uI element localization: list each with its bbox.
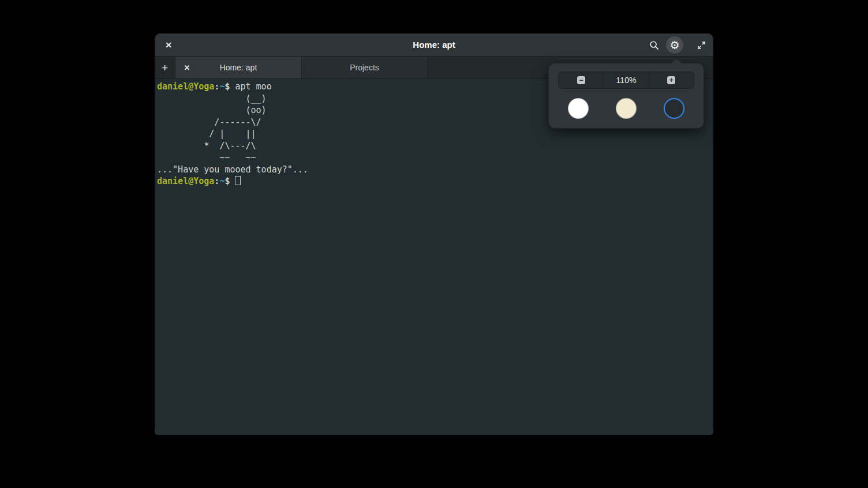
theme-dark-button[interactable] — [664, 98, 684, 119]
tab-label: Home: apt — [220, 63, 257, 72]
theme-selector — [558, 98, 694, 119]
tab-close-icon: ✕ — [184, 64, 190, 72]
zoom-out-icon: − — [577, 76, 585, 84]
search-icon — [649, 40, 659, 50]
terminal-cursor — [235, 176, 241, 185]
theme-light-button[interactable] — [568, 98, 589, 119]
window-title: Home: apt — [413, 40, 455, 50]
prompt-user-host: daniel@Yoga — [157, 81, 214, 92]
zoom-in-button[interactable]: + — [649, 72, 694, 88]
zoom-level-value[interactable]: 110% — [603, 72, 648, 88]
zoom-out-button[interactable]: − — [559, 72, 603, 88]
fullscreen-icon — [697, 41, 706, 50]
settings-button[interactable]: ⚙ — [666, 36, 683, 54]
new-tab-button[interactable]: + — [155, 57, 175, 78]
search-button[interactable] — [645, 36, 663, 54]
zoom-in-icon: + — [667, 76, 675, 84]
moo-message-line: ..."Have you mooed today?"... — [157, 164, 711, 176]
header-bar: ✕ Home: apt ⚙ — [155, 33, 713, 57]
desktop-background: ✕ Home: apt ⚙ — [0, 0, 868, 488]
window-close-button[interactable]: ✕ — [160, 36, 177, 54]
close-icon: ✕ — [165, 40, 172, 50]
gear-icon: ⚙ — [669, 40, 679, 51]
ascii-art-line: ~~ ~~ — [157, 152, 711, 164]
theme-sepia-button[interactable] — [616, 98, 637, 119]
plus-icon: + — [162, 62, 168, 73]
terminal-prompt-line: daniel@Yoga:~$ — [157, 175, 711, 187]
ascii-art-line: * /\---/\ — [157, 140, 711, 152]
popover-arrow — [671, 59, 682, 63]
ascii-art-line: / | || — [157, 128, 711, 140]
tab-label: Projects — [350, 63, 379, 72]
tab-projects[interactable]: Projects — [302, 57, 428, 78]
zoom-control: − 110% + — [558, 72, 694, 89]
settings-popover: − 110% + — [548, 63, 704, 129]
command-text: apt moo — [230, 81, 271, 92]
headerbar-actions: ⚙ — [642, 36, 710, 54]
fullscreen-button[interactable] — [693, 36, 710, 54]
tab-home-apt[interactable]: ✕ Home: apt — [175, 57, 302, 78]
terminal-screen[interactable]: daniel@Yoga:~$ apt moo (__) (oo) /------… — [155, 79, 713, 434]
tab-close-button[interactable]: ✕ — [181, 61, 193, 74]
prompt-user-host: daniel@Yoga — [157, 176, 214, 186]
